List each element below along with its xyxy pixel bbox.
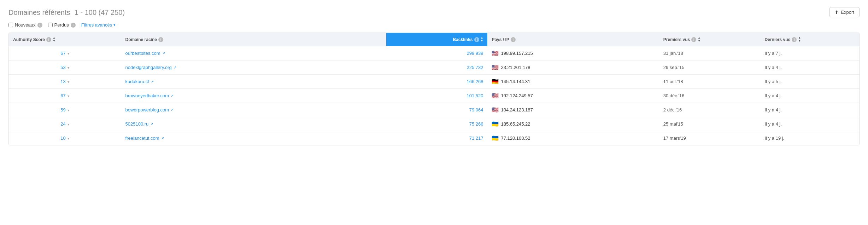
page-range: 1 - 100 (47 250) [75,8,125,16]
advanced-filters-button[interactable]: Filtres avancés ▾ [81,22,116,28]
authority-sort-icons[interactable]: ▲ ▼ [53,36,55,42]
filters-row: Nouveaux i Perdus i Filtres avancés ▾ [8,22,860,28]
backlinks-cell: 166 268 [386,75,488,89]
first-seen-cell: 2 déc.'16 [659,103,761,117]
col-backlinks[interactable]: Backlinks i ▲ ▼ [386,33,488,46]
col-domain-racine[interactable]: Domaine racine i [121,33,386,46]
domain-link[interactable]: ourbestbites.com ↗ [125,51,382,56]
country-cell: 🇩🇪 145.14.144.31 [487,75,659,89]
ip-address: 23.21.201.178 [501,65,530,70]
col-authority-label: Authority Score [13,37,45,42]
table-body: 67 ▾ ourbestbites.com ↗ 299 939 🇺🇸 198.9… [9,46,859,145]
backlinks-cell: 75 266 [386,117,488,131]
perdus-checkbox[interactable] [48,23,53,27]
backlinks-value: 299 939 [467,51,483,56]
last-seen-cell: Il y a 19 j. [761,131,859,145]
col-derniers-vus[interactable]: Derniers vus i ▲ ▼ [761,33,859,46]
ip-address: 104.24.123.187 [501,107,533,112]
premiers-sort-icons[interactable]: ▲ ▼ [698,36,700,42]
domain-name: nodexlgraphgallery.org [125,65,172,70]
sort-up-icon: ▲ [481,36,483,39]
sort-down-icon: ▼ [698,40,700,42]
col-backlinks-label: Backlinks [453,37,473,42]
external-link-icon: ↗ [171,94,174,98]
backlinks-cell: 101 520 [386,89,488,103]
first-seen-value: 25 mai'15 [663,121,683,127]
country-flag: 🇺🇦 [492,121,499,127]
external-link-icon: ↗ [171,108,174,112]
country-cell: 🇺🇸 23.21.201.178 [487,60,659,75]
first-seen-value: 2 déc.'16 [663,107,682,112]
domain-info-icon[interactable]: i [158,37,163,42]
score-cell: 10 ▾ [9,131,121,145]
perdus-label: Perdus [54,22,69,28]
score-value: 67 [60,93,65,98]
backlinks-value: 166 268 [467,79,483,84]
col-pays-ip[interactable]: Pays / IP i [487,33,659,46]
score-arrow-icon: ▾ [68,137,69,140]
score-value: 53 [60,65,65,70]
first-seen-cell: 25 mai'15 [659,117,761,131]
nouveaux-filter[interactable]: Nouveaux i [8,22,42,28]
backlinks-cell: 79 064 [386,103,488,117]
referents-table-wrap: Authority Score i ▲ ▼ Domaine racine i [8,33,860,145]
backlinks-value: 225 732 [467,65,483,70]
table-row: 24 ▾ 5025100.ru ↗ 75 266 🇺🇦 185.65.245.2… [9,117,859,131]
page-title-text: Domaines référents [8,8,70,16]
advanced-filters-label: Filtres avancés [81,22,112,28]
sort-up-icon: ▲ [53,36,55,39]
score-value: 10 [60,135,65,141]
col-premiers-vus[interactable]: Premiers vus i ▲ ▼ [659,33,761,46]
domain-link[interactable]: browneyedbaker.com ↗ [125,93,382,98]
score-arrow-icon: ▾ [68,52,69,56]
backlinks-value: 79 064 [469,107,483,112]
domain-link[interactable]: 5025100.ru ↗ [125,121,382,127]
last-seen-value: Il y a 7 j. [765,51,782,56]
domain-link[interactable]: kudakuru.cf ↗ [125,79,382,84]
table-row: 67 ▾ ourbestbites.com ↗ 299 939 🇺🇸 198.9… [9,46,859,60]
export-button[interactable]: ⬆ Export [829,7,860,17]
score-cell: 13 ▾ [9,75,121,89]
first-seen-cell: 11 oct.'18 [659,75,761,89]
ip-address: 192.124.249.57 [501,93,533,98]
score-cell: 59 ▾ [9,103,121,117]
nouveaux-checkbox[interactable] [8,23,13,27]
perdus-info-icon[interactable]: i [71,23,76,28]
score-arrow-icon: ▾ [68,122,69,126]
premiers-info-icon[interactable]: i [691,37,696,42]
country-flag: 🇺🇸 [492,50,499,57]
domain-cell: bowerpowerblog.com ↗ [121,103,386,117]
score-value: 24 [60,121,65,127]
domain-link[interactable]: freelancetut.com ↗ [125,135,382,141]
authority-info-icon[interactable]: i [46,37,51,42]
sort-up-icon: ▲ [798,36,801,39]
score-value: 59 [60,107,65,112]
domain-name: bowerpowerblog.com [125,107,169,112]
domain-link[interactable]: bowerpowerblog.com ↗ [125,107,382,112]
score-value: 13 [60,79,65,84]
table-row: 53 ▾ nodexlgraphgallery.org ↗ 225 732 🇺🇸… [9,60,859,75]
first-seen-cell: 29 sep.'15 [659,60,761,75]
backlinks-sort-icons[interactable]: ▲ ▼ [481,36,483,42]
perdus-filter[interactable]: Perdus i [48,22,76,28]
first-seen-value: 11 oct.'18 [663,79,683,84]
last-seen-cell: Il y a 4 j. [761,89,859,103]
first-seen-value: 17 mars'19 [663,135,686,141]
derniers-sort-icons[interactable]: ▲ ▼ [798,36,801,42]
col-authority-score[interactable]: Authority Score i ▲ ▼ [9,33,121,46]
table-row: 10 ▾ freelancetut.com ↗ 71 217 🇺🇦 77.120… [9,131,859,145]
derniers-info-icon[interactable]: i [792,37,797,42]
score-cell: 67 ▾ [9,46,121,60]
backlinks-info-icon[interactable]: i [474,37,479,42]
country-flag: 🇺🇸 [492,64,499,71]
pays-info-icon[interactable]: i [511,37,516,42]
score-value: 67 [60,51,65,56]
nouveaux-info-icon[interactable]: i [37,23,42,28]
sort-down-icon: ▼ [798,40,801,42]
domain-link[interactable]: nodexlgraphgallery.org ↗ [125,65,382,70]
country-cell: 🇺🇦 77.120.108.52 [487,131,659,145]
backlinks-cell: 299 939 [386,46,488,60]
col-domain-label: Domaine racine [125,37,157,42]
export-label: Export [841,10,854,15]
backlinks-cell: 225 732 [386,60,488,75]
